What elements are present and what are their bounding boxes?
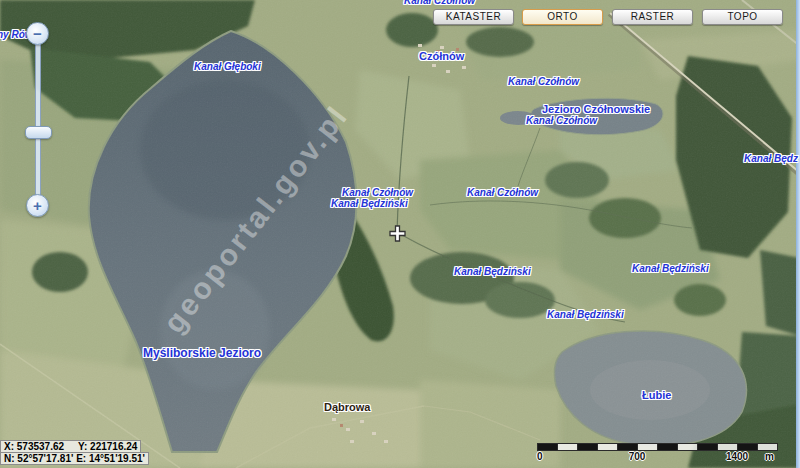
map-label: Kanał Będziński bbox=[331, 198, 408, 209]
scale-bar-ruler bbox=[537, 443, 778, 451]
right-scrollbar-strip[interactable] bbox=[796, 0, 800, 468]
layer-button-kataster[interactable]: KATASTER bbox=[433, 9, 514, 25]
scale-bar: 0 700 1400 m bbox=[537, 443, 778, 463]
coordinate-x: X: 573537.62 bbox=[4, 441, 64, 452]
layer-button-orto[interactable]: ORTO bbox=[522, 9, 603, 25]
map-label: Kanał Będz bbox=[744, 153, 798, 164]
scale-tick-1400: 1400 bbox=[726, 451, 748, 462]
layer-button-raster[interactable]: RASTER bbox=[612, 9, 693, 25]
map-viewer-window: geoportal.gov.pl ny Rów Kanał Czółnów Ka… bbox=[0, 0, 800, 468]
layer-button-topo[interactable]: TOPO bbox=[702, 9, 783, 25]
coordinate-latlon: N: 52°57'17.81' E: 14°51'19.51' bbox=[4, 453, 145, 464]
map-label: Myśliborskie Jezioro bbox=[143, 346, 261, 360]
map-canvas[interactable]: geoportal.gov.pl ny Rów Kanał Czółnów Ka… bbox=[0, 0, 800, 468]
map-label: Kanał Będziński bbox=[547, 309, 624, 320]
map-label: Kanał Czółnów bbox=[404, 0, 475, 6]
map-label: Kanał Będziński bbox=[632, 263, 709, 274]
map-label: Kanał Głęboki bbox=[194, 61, 261, 72]
map-label: Kanał Będziński bbox=[454, 266, 531, 277]
coordinates-latlon: N: 52°57'17.81' E: 14°51'19.51' bbox=[0, 452, 149, 465]
map-label: Łubie bbox=[642, 389, 671, 401]
zoom-slider-handle[interactable] bbox=[25, 126, 52, 139]
coordinate-y: Y: 221716.24 bbox=[78, 441, 137, 452]
map-label: Dąbrowa bbox=[324, 401, 370, 413]
aerial-imagery bbox=[0, 0, 800, 468]
zoom-in-button[interactable]: + bbox=[26, 194, 49, 217]
map-label: Kanał Czółnów bbox=[526, 115, 597, 126]
scale-unit: m bbox=[765, 451, 774, 462]
scale-tick-0: 0 bbox=[537, 451, 543, 462]
map-label: Kanał Czółnów bbox=[508, 76, 579, 87]
zoom-control: − + bbox=[25, 22, 52, 222]
zoom-slider-track[interactable] bbox=[35, 33, 41, 215]
scale-tick-700: 700 bbox=[629, 451, 646, 462]
map-label: Czółnów bbox=[419, 50, 464, 62]
zoom-out-button[interactable]: − bbox=[26, 22, 49, 45]
map-label: Jezioro Czółnowskie bbox=[542, 103, 650, 115]
map-label: Kanał Czółnów bbox=[342, 187, 413, 198]
map-label: Kanał Czółnów bbox=[467, 187, 538, 198]
